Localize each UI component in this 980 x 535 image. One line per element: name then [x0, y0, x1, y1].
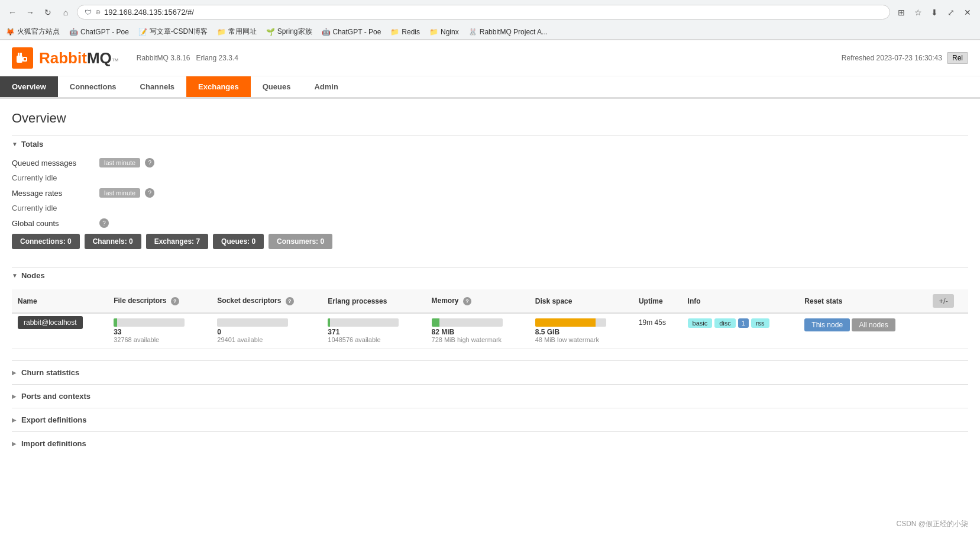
col-info: Info	[682, 289, 799, 313]
socket-desc-value: 0	[217, 328, 221, 336]
refresh-button[interactable]: Rel	[947, 52, 968, 64]
export-definitions-section[interactable]: ▶ Export definitions	[12, 408, 968, 431]
info-tags: basic disc 1 rss	[688, 318, 793, 328]
message-rates-help-icon[interactable]: ?	[145, 188, 154, 198]
address-bar[interactable]: 🛡 ⊕ 192.168.248.135:15672/#/	[77, 5, 890, 20]
nodes-section: ▼ Nodes Name File descriptors ? Socket d…	[12, 267, 968, 349]
logo-area: RabbitMQ™ RabbitMQ 3.8.16 Erlang 23.3.4	[12, 47, 238, 69]
bookmark-redis[interactable]: 📁 Redis	[390, 28, 420, 36]
memory-cell: 82 MiB 728 MiB high watermark	[426, 313, 529, 349]
connections-count-btn[interactable]: Connections: 0	[12, 234, 80, 249]
totals-title: Totals	[21, 140, 43, 149]
erlang-avail: 1048576 available	[328, 336, 419, 343]
export-definitions-header: ▶ Export definitions	[12, 415, 968, 424]
reset-this-node-button[interactable]: This node	[804, 318, 850, 331]
back-button[interactable]: ←	[6, 6, 19, 19]
erlang-bar-fill	[328, 318, 330, 327]
download-icon[interactable]: ⬇	[928, 6, 941, 19]
svg-rect-2	[20, 53, 22, 57]
page-content: RabbitMQ™ RabbitMQ 3.8.16 Erlang 23.3.4 …	[0, 40, 980, 467]
node-name-badge: rabbit@localhost	[18, 316, 83, 329]
home-button[interactable]: ⌂	[59, 6, 72, 19]
fullscreen-icon[interactable]: ⤢	[945, 6, 958, 19]
socket-desc-avail: 29401 available	[217, 336, 316, 343]
info-tag-num[interactable]: 1	[738, 318, 749, 328]
queues-count-btn[interactable]: Queues: 0	[213, 234, 264, 249]
version-info: RabbitMQ 3.8.16 Erlang 23.3.4	[137, 54, 238, 62]
tab-connections[interactable]: Connections	[58, 76, 128, 97]
bookmark-chatgpt2[interactable]: 🤖 ChatGPT - Poe	[322, 28, 381, 36]
export-title: Export definitions	[21, 415, 87, 424]
file-desc-avail: 32768 available	[114, 336, 205, 343]
message-rates-label: Message rates	[12, 189, 95, 198]
exchanges-count-btn[interactable]: Exchanges: 7	[146, 234, 208, 249]
disk-value: 8.5 GiB	[535, 328, 559, 336]
nodes-table-body: rabbit@localhost 33 32768 available	[12, 313, 968, 349]
bookmark-spring[interactable]: 🌱 Spring家族	[266, 27, 312, 37]
totals-section-header[interactable]: ▼ Totals	[12, 136, 968, 152]
channels-count-btn[interactable]: Channels: 0	[85, 234, 141, 249]
churn-arrow-icon: ▶	[12, 369, 17, 376]
message-rates-row: Message rates last minute ?	[12, 188, 968, 198]
ports-contexts-section[interactable]: ▶ Ports and contexts	[12, 384, 968, 408]
tab-admin[interactable]: Admin	[302, 76, 350, 97]
refresh-timestamp: Refreshed 2023-07-23 16:30:43	[842, 54, 942, 62]
address-marker-icon: ⊕	[95, 8, 101, 16]
file-desc-value: 33	[114, 328, 121, 336]
bookmark-nginx[interactable]: 📁 Nginx	[429, 28, 459, 36]
socket-desc-bar-wrap	[217, 318, 288, 327]
bookmark-common[interactable]: 📁 常用网址	[217, 27, 257, 37]
bookmark-csdn[interactable]: 📝 写文章-CSDN博客	[138, 27, 208, 37]
col-memory: Memory ?	[426, 289, 529, 313]
memory-help-icon[interactable]: ?	[463, 297, 471, 305]
bookmark-icon[interactable]: ☆	[911, 6, 924, 19]
consumers-count-btn[interactable]: Consumers: 0	[269, 234, 332, 249]
disk-watermark: 48 MiB low watermark	[535, 336, 627, 343]
settings-icon[interactable]: ✕	[961, 6, 974, 19]
logo-text: RabbitMQ™	[39, 49, 119, 67]
tab-queues[interactable]: Queues	[251, 76, 303, 97]
ports-contexts-header: ▶ Ports and contexts	[12, 392, 968, 401]
queued-time-badge[interactable]: last minute	[99, 158, 140, 167]
import-title: Import definitions	[21, 439, 86, 448]
totals-content: Queued messages last minute ? Currently …	[12, 152, 968, 255]
tab-channels[interactable]: Channels	[128, 76, 187, 97]
global-counts-help-icon[interactable]: ?	[99, 218, 109, 228]
nodes-arrow-icon: ▼	[12, 272, 18, 279]
svg-rect-4	[24, 58, 26, 60]
reload-button[interactable]: ↻	[41, 6, 54, 19]
nodes-title: Nodes	[21, 271, 45, 280]
memory-value: 82 MiB	[432, 328, 455, 336]
erlang-bar-wrap	[328, 318, 399, 327]
bookmark-firefox[interactable]: 🦊 火狐官方站点	[6, 27, 60, 37]
info-tag-basic[interactable]: basic	[688, 318, 713, 328]
reset-all-nodes-button[interactable]: All nodes	[852, 318, 895, 331]
refresh-info: Refreshed 2023-07-23 16:30:43 Rel	[842, 52, 968, 64]
socket-desc-help-icon[interactable]: ?	[286, 297, 294, 305]
node-name-cell: rabbit@localhost	[12, 313, 108, 349]
svg-rect-1	[18, 53, 20, 57]
bookmark-chatgpt1[interactable]: 🤖 ChatGPT - Poe	[69, 28, 129, 36]
ports-arrow-icon: ▶	[12, 393, 17, 399]
tab-overview[interactable]: Overview	[0, 76, 58, 97]
file-desc-help-icon[interactable]: ?	[171, 297, 179, 305]
global-counts-label: Global counts	[12, 219, 95, 228]
import-definitions-section[interactable]: ▶ Import definitions	[12, 431, 968, 455]
erlang-cell: 371 1048576 available	[322, 313, 425, 349]
info-tag-rss[interactable]: rss	[751, 318, 769, 328]
queued-help-icon[interactable]: ?	[145, 158, 154, 167]
global-counts-buttons: Connections: 0 Channels: 0 Exchanges: 7 …	[12, 234, 968, 249]
churn-statistics-section[interactable]: ▶ Churn statistics	[12, 360, 968, 384]
bookmark-rabbitmq[interactable]: 🐰 RabbitMQ Project A...	[468, 28, 548, 36]
message-rates-badge[interactable]: last minute	[99, 188, 140, 198]
plus-minus-button[interactable]: +/-	[933, 294, 954, 308]
qr-icon[interactable]: ⊞	[895, 6, 908, 19]
forward-button[interactable]: →	[24, 6, 37, 19]
info-tag-disc[interactable]: disc	[714, 318, 736, 328]
file-desc-bar-fill	[114, 318, 117, 327]
disk-bar-fill	[535, 318, 596, 327]
nodes-section-header[interactable]: ▼ Nodes	[12, 267, 968, 283]
import-arrow-icon: ▶	[12, 440, 17, 447]
tab-exchanges[interactable]: Exchanges	[186, 76, 251, 97]
churn-title: Churn statistics	[21, 368, 79, 377]
